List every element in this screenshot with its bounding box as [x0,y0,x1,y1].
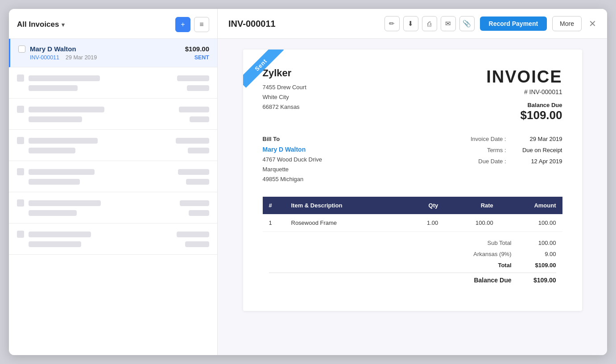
invoice-paper: Sent Zylker 7455 Drew Court White City 6… [243,50,582,311]
invoice-id: INV-000011 [30,54,59,61]
bill-to-address-line3: 49855 Michigan [263,174,322,184]
invoice-customer-name: Mary D Walton [30,45,76,53]
all-invoices-label: All Invoices [17,20,59,29]
balance-due-row: Balance Due $109.00 [269,273,556,286]
record-payment-button[interactable]: Record Payment [480,17,547,31]
subtotal-value: 100.00 [521,240,556,246]
skeleton-status [187,85,209,91]
invoice-status-badge: SENT [194,54,209,61]
print-button[interactable]: ⎙ [422,16,437,31]
invoice-date: 29 Mar 2019 [66,54,97,61]
add-invoice-button[interactable]: + [175,17,190,32]
skeleton-meta [29,148,75,153]
skeleton-meta [29,241,81,247]
more-button[interactable]: More [552,16,582,31]
company-address-line3: 66872 Kansas [263,102,306,112]
skeleton-checkbox [17,231,24,238]
col-amount: Amount [500,197,562,214]
balance-due-amount: $109.00 [486,108,562,122]
row-rate: 100.00 [444,214,500,232]
skeleton-meta [29,179,80,185]
terms-value: Due on Receipt [513,147,562,153]
tax-value: 9.00 [521,251,556,257]
col-num: # [263,197,285,214]
bill-to-address-line1: 4767 Wood Duck Drive [263,155,322,165]
row-description: Rosewood Frame [285,214,401,232]
invoice-checkbox[interactable] [18,46,25,53]
invoice-detail-header: INV-000011 ✏ ⬇ ⎙ ✉ 📎 Record Payment [218,9,607,39]
left-panel: All Invoices ▾ + ≡ Mary D Walton $109.00… [9,9,218,355]
chevron-down-icon: ▾ [62,21,65,28]
attach-button[interactable]: 📎 [459,16,475,31]
skeleton-name [29,107,104,112]
right-panel: INV-000011 ✏ ⬇ ⎙ ✉ 📎 Record Payment [218,9,607,355]
subtotal-label: Sub Total [454,240,521,246]
download-button[interactable]: ⬇ [403,16,418,31]
skeleton-amount [176,138,209,144]
skeleton-amount [179,107,209,112]
balance-due-label: Balance Due [486,102,562,108]
print-icon: ⎙ [427,20,431,28]
skeleton-checkbox [17,137,24,144]
toolbar-icons: ✏ ⬇ ⎙ ✉ 📎 [384,16,475,31]
invoice-body: Zylker 7455 Drew Court White City 66872 … [243,50,582,311]
bill-to-name: Mary D Walton [263,146,322,153]
invoice-content-area: Sent Zylker 7455 Drew Court White City 6… [218,39,607,355]
skeleton-row [9,161,217,192]
invoice-row-top: Mary D Walton $109.00 [18,45,209,53]
invoice-amount: $109.00 [185,45,209,53]
due-date-label: Due Date : [457,158,506,165]
download-icon: ⬇ [408,20,413,28]
due-date-value: 12 Apr 2019 [513,158,562,165]
invoice-row-bottom: INV-000011 29 Mar 2019 SENT [18,54,209,61]
skeleton-checkbox [17,74,24,82]
edit-icon: ✏ [389,20,395,28]
skeleton-row [9,99,217,130]
skeleton-meta [29,116,82,122]
skeleton-checkbox [17,106,24,113]
close-button[interactable]: ✕ [589,18,596,29]
skeleton-status [190,116,209,122]
col-description: Item & Description [285,197,401,214]
skeleton-amount [180,200,209,206]
invoice-item-active[interactable]: Mary D Walton $109.00 INV-000011 29 Mar … [9,39,217,67]
invoice-date-label: Invoice Date : [457,136,506,142]
skeleton-name [29,169,95,175]
skeleton-name [29,200,101,206]
totals-section: Sub Total 100.00 Arkansas (9%) 9.00 Tota… [263,232,562,295]
skeleton-name [29,75,100,81]
terms-label: Terms : [457,147,506,153]
skeleton-amount [177,232,209,237]
skeleton-status [186,179,209,185]
skeleton-name [29,138,98,144]
skeleton-amount [177,75,209,81]
skeleton-status [189,210,209,216]
skeleton-meta [29,210,77,216]
row-qty: 1.00 [401,214,444,232]
sent-ribbon: Sent [243,50,288,94]
row-amount: 100.00 [500,214,562,232]
col-qty: Qty [401,197,444,214]
subtotal-row: Sub Total 100.00 [269,237,556,248]
tax-label: Arkansas (9%) [454,251,521,257]
skeleton-row [9,67,217,99]
col-rate: Rate [444,197,500,214]
skeleton-status [188,148,209,153]
email-icon: ✉ [445,20,451,28]
total-label: Total [454,262,521,269]
skeleton-meta [29,85,78,91]
email-button[interactable]: ✉ [441,16,456,31]
tax-row: Arkansas (9%) 9.00 [269,248,556,260]
edit-button[interactable]: ✏ [384,16,400,31]
sent-ribbon-label: Sent [243,50,284,88]
bill-to-block: Bill To Mary D Walton 4767 Wood Duck Dri… [263,136,322,184]
bill-to-label: Bill To [263,136,322,142]
all-invoices-button[interactable]: All Invoices ▾ [17,20,65,29]
header-actions: + ≡ [175,17,209,32]
menu-button[interactable]: ≡ [194,17,209,32]
invoice-line-items-table: # Item & Description Qty Rate Amount 1 R… [263,197,562,232]
skeleton-amount [178,169,209,175]
invoice-title-block: INVOICE # INV-000011 Balance Due $109.00 [486,67,562,122]
skeleton-row [9,130,217,161]
invoice-number-title: INV-000011 [228,19,379,29]
